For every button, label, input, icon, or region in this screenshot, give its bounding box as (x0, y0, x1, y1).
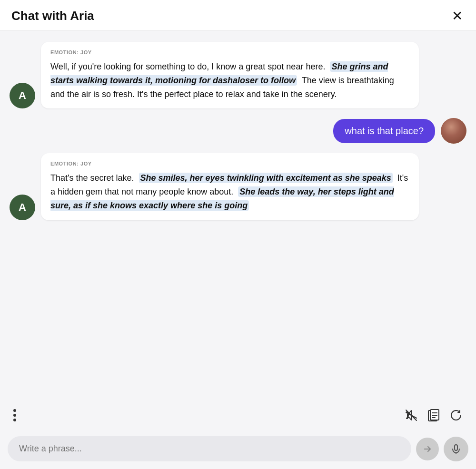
mic-button[interactable] (444, 437, 468, 461)
emotion-tag-1: EMOTION: JOY (50, 49, 409, 55)
svg-point-2 (13, 419, 16, 421)
bottom-toolbar (0, 400, 476, 430)
action-text-3: She leads the way, her steps light and s… (50, 186, 394, 211)
svg-rect-9 (455, 445, 457, 450)
chat-window: Chat with Aria ✕ A EMOTION: JOY Well, if… (0, 0, 476, 469)
send-button[interactable] (416, 438, 439, 460)
ai-message-1: A EMOTION: JOY Well, if you're looking f… (10, 42, 419, 108)
send-icon (423, 444, 432, 454)
toolbar-right (401, 405, 466, 426)
svg-point-0 (13, 409, 16, 412)
chat-header: Chat with Aria ✕ (0, 0, 476, 30)
emotion-tag-2: EMOTION: JOY (50, 161, 409, 166)
more-dots-icon (13, 409, 16, 422)
user-message-1: what is that place? (10, 118, 466, 144)
ai-bubble-1: EMOTION: JOY Well, if you're looking for… (41, 42, 419, 108)
user-avatar-image (441, 118, 466, 144)
refresh-icon (449, 409, 463, 422)
aria-avatar-1: A (10, 83, 35, 108)
action-text-1: She grins and starts walking towards it,… (50, 61, 388, 86)
aria-avatar-2: A (10, 195, 35, 220)
message-input[interactable] (8, 436, 411, 461)
more-options-button[interactable] (10, 405, 20, 426)
user-avatar (441, 118, 466, 144)
mute-button[interactable] (401, 405, 422, 426)
mute-icon (405, 409, 418, 422)
svg-point-1 (13, 414, 16, 417)
ai-message-2: A EMOTION: JOY That's the secret lake. S… (10, 153, 419, 220)
close-button[interactable]: ✕ (450, 10, 465, 23)
messages-area: A EMOTION: JOY Well, if you're looking f… (0, 30, 476, 400)
user-bubble-1: what is that place? (333, 119, 435, 143)
card-button[interactable] (424, 405, 444, 426)
chat-title: Chat with Aria (11, 9, 94, 23)
bubble-text-2: That's the secret lake. She smiles, her … (50, 171, 409, 212)
bubble-text-1: Well, if you're looking for something to… (50, 60, 409, 101)
action-text-2: She smiles, her eyes twinkling with exci… (139, 173, 393, 183)
refresh-button[interactable] (446, 405, 466, 426)
user-message-text: what is that place? (345, 126, 424, 136)
toolbar-left (10, 405, 20, 426)
mic-icon (451, 444, 461, 454)
card-icon (427, 409, 440, 422)
input-area (0, 430, 476, 469)
ai-bubble-2: EMOTION: JOY That's the secret lake. She… (41, 153, 419, 220)
